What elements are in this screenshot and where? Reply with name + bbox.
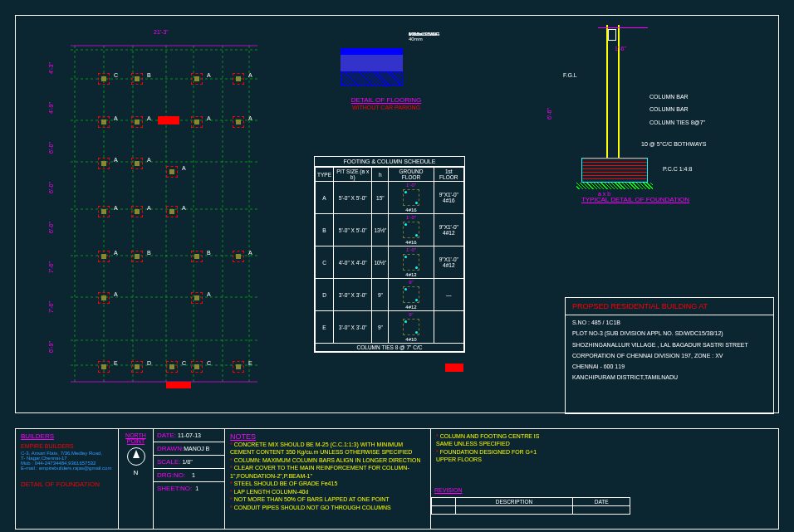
column-A: A xyxy=(166,206,178,217)
title-info: S.NO : 485 / 1C1BPLOT NO-3 (SUB DIVISION… xyxy=(566,315,773,385)
anno-width: 1'-6" xyxy=(615,46,626,51)
pcc-layer xyxy=(576,183,653,189)
column-layout-plan: CBAAAAAAAAAAAAABBAAAEDCCE4'-3"4'-9"6'-0"… xyxy=(58,33,270,403)
anno-colbar1: COLUMN BAR xyxy=(649,94,689,100)
north-n: N xyxy=(120,469,151,476)
dim-side-5: 7'-6" xyxy=(48,261,54,273)
column-D: D xyxy=(131,361,143,373)
schedule-row: A5'-0" X 5'-0"15"1'-0"4#169"X1'-0" 4#16 xyxy=(316,182,464,214)
column-A: A xyxy=(191,116,203,128)
floor-label-3: M-15 COVER xyxy=(409,32,439,37)
dim-side-3: 6'-0" xyxy=(48,182,54,193)
col-right xyxy=(618,25,620,158)
dim-side-7: 6'-9" xyxy=(48,341,54,353)
flooring-subtitle: WITHOUT CAR PARKING xyxy=(328,105,444,110)
dim-side-4: 6'-0" xyxy=(48,222,54,233)
column-E: E xyxy=(98,361,110,373)
column-A: A xyxy=(191,292,203,304)
foundation-detail: COLUMN BAR COLUMN BAR COLUMN TIES 8@7" 1… xyxy=(548,25,723,203)
floor-layer-hatch xyxy=(341,71,403,86)
column-A: A xyxy=(98,292,110,304)
notes-list: * CONCRETE MIX SHOULD BE M-25 (C.C.1:1:3… xyxy=(230,441,425,511)
column-A: A xyxy=(98,251,110,262)
north-label: NORTH POINT xyxy=(120,432,151,444)
schedule-row: C4'-0" X 4'-0"10½"1'-0"4#129"X1'-0" 4#12 xyxy=(316,246,464,279)
scale-value: 1/8" xyxy=(182,459,192,465)
dim-top-line xyxy=(598,27,648,28)
dim-side-6: 7'-6" xyxy=(48,301,54,313)
anno-ties: COLUMN TIES 8@7" xyxy=(649,120,705,125)
drg-label: DRG:NO: xyxy=(157,471,185,479)
column-A: A xyxy=(131,116,143,128)
column-C: C xyxy=(98,73,110,85)
notes-title: NOTES xyxy=(230,432,425,441)
flooring-title: DETAIL OF FLOORING xyxy=(328,96,444,104)
meta-section: DATE: 11-07-13 DRAWN:MANOJ B SCALE: 1/8"… xyxy=(154,429,225,529)
revision-table: DESCRIPTIONDATE xyxy=(431,497,630,515)
column-A: A xyxy=(98,116,110,128)
drawing-title: DETAIL OF FOUNDATION xyxy=(21,481,113,488)
column-E: E xyxy=(233,361,244,373)
notes-section: NOTES * CONCRETE MIX SHOULD BE M-25 (C.C… xyxy=(225,429,431,529)
date-value: 11-07-13 xyxy=(178,432,201,438)
column-C: C xyxy=(166,361,178,373)
bottom-frame: BUILDERS EMPIRE BUILDERS C-3, Ansari Fla… xyxy=(15,428,779,530)
plan-svg xyxy=(58,33,270,403)
column-C: C xyxy=(191,361,203,373)
floor-layer-mid xyxy=(341,55,403,71)
title-block: PROPSED RESIDENTIAL BUILDING AT S.NO : 4… xyxy=(565,297,774,414)
builders-name: EMPIRE BUILDERS xyxy=(21,443,113,449)
column-B: B xyxy=(191,251,203,262)
side-notes-section: * COLUMN AND FOOTING CENTRE IS SAME UNLE… xyxy=(431,429,560,529)
drg-value: 1 xyxy=(192,472,195,478)
red-marker-3 xyxy=(445,364,463,372)
column-A: A xyxy=(131,158,143,169)
column-A: A xyxy=(233,116,244,128)
side-notes-list: * COLUMN AND FOOTING CENTRE IS SAME UNLE… xyxy=(436,432,555,464)
drawn-label: DRAWN: xyxy=(157,445,184,452)
column-A: A xyxy=(98,158,110,169)
column-A: A xyxy=(233,251,244,262)
schedule-table: TYPEPIT SIZE (a x b)hGROUND FLOOR1st FLO… xyxy=(315,167,464,352)
red-marker-2 xyxy=(166,382,191,388)
revision-title: REVISION xyxy=(434,487,462,493)
col-left xyxy=(606,25,608,158)
column-A: A xyxy=(98,206,110,217)
builders-section: BUILDERS EMPIRE BUILDERS C-3, Ansari Fla… xyxy=(16,429,119,529)
foundation-title: TYPICAL DETAIL OF FOUNDATION xyxy=(565,196,706,203)
dim-side-1: 4'-9" xyxy=(48,102,54,114)
column-A: A xyxy=(166,166,178,178)
anno-fgl: F.G.L xyxy=(563,72,577,78)
north-section: NORTH POINT N xyxy=(119,429,154,529)
column-B: B xyxy=(131,251,143,262)
column-A: A xyxy=(233,73,244,85)
column-A: A xyxy=(191,73,203,85)
red-marker-1 xyxy=(158,116,179,124)
schedule-row: E3'-0" X 3'-0"9"9"4#10 xyxy=(316,311,464,344)
builders-email: E-mail : empirebuilders.rajas@gmail.com xyxy=(21,466,113,471)
anno-rebar: 10 @ 5"C/C BOTHWAYS xyxy=(641,141,706,147)
schedule-footnote: COLUMN TIES 8 @ 7" C/C xyxy=(316,344,464,352)
sheet-label: SHEET:NO: xyxy=(157,485,192,492)
column-A: A xyxy=(131,206,143,217)
col-tie-mark xyxy=(608,29,616,41)
floor-layer-top xyxy=(341,48,403,55)
sheet-value: 1 xyxy=(195,486,198,491)
schedule-row: B5'-0" X 5'-0"13½"1'-0"4#169"X1'-0" 4#12 xyxy=(316,214,464,246)
title-header: PROPSED RESIDENTIAL BUILDING AT xyxy=(566,298,773,315)
footing-block xyxy=(581,158,648,183)
north-arrow-icon xyxy=(127,447,145,466)
schedule-row: D3'-0" X 3'-0"9"9"4#12— xyxy=(316,279,464,311)
anno-depth: 6'-6" xyxy=(546,108,552,120)
scale-label: SCALE: xyxy=(157,458,180,466)
date-label: DATE: xyxy=(157,432,176,439)
footing-column-schedule: FOOTING & COLUMN SCHEDULE TYPEPIT SIZE (… xyxy=(314,156,465,353)
builders-title: BUILDERS xyxy=(21,432,113,440)
drawn-value: MANOJ B xyxy=(184,446,209,451)
dim-side-0: 4'-3" xyxy=(48,62,54,74)
schedule-title: FOOTING & COLUMN SCHEDULE xyxy=(315,157,464,167)
anno-pcc: P.C.C 1:4:8 xyxy=(663,166,692,172)
column-B: B xyxy=(131,73,143,85)
anno-colbar2: COLUMN BAR xyxy=(649,106,689,112)
dim-side-2: 6'-0" xyxy=(48,142,54,154)
